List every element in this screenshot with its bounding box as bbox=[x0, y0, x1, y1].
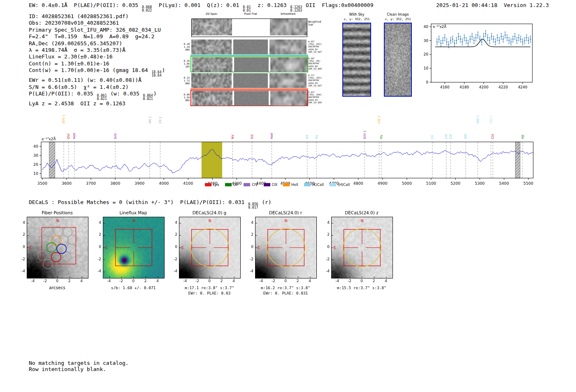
legend-label: OII bbox=[233, 183, 238, 187]
x-tick-label: -2 bbox=[39, 279, 50, 283]
weighted-sum-strip bbox=[191, 19, 307, 37]
spectrum-data-point bbox=[454, 43, 455, 44]
x-tick-label: 2 bbox=[64, 279, 75, 283]
x-tick-label: -2 bbox=[116, 279, 126, 283]
spectrum-data-point bbox=[474, 40, 475, 41]
spectral-line-marker-label: Hγ bbox=[315, 135, 318, 139]
x-tick-label: 2 bbox=[293, 279, 303, 283]
fiber-weight-value: 105 bbox=[181, 65, 190, 68]
info-line: Cont(n) = 1.30(±0.01)e-16 bbox=[29, 60, 165, 67]
weighted-sum-label-line: Sum bbox=[308, 23, 321, 26]
legend-item: (H)CaII bbox=[330, 183, 350, 187]
compass-east-label: E bbox=[258, 246, 260, 250]
spectral-line-marker-label: Hβ bbox=[521, 135, 525, 139]
spectrum-data-point bbox=[503, 39, 504, 40]
summary-header: EW: 0.4±0.1Å P(LAE)/P(OII): 0.035 0.0680… bbox=[29, 2, 373, 12]
spectrum-data-point bbox=[524, 40, 525, 41]
spectral-line-marker-label: CIV bbox=[491, 134, 495, 139]
axis-label-arcsecs: arcsecs bbox=[27, 285, 88, 290]
uncertainty-stack: 18.6418.64 bbox=[151, 71, 161, 77]
compass-east-label: E bbox=[334, 246, 336, 250]
compass-north-label: N bbox=[132, 219, 135, 223]
cutout-panel: DECaLS(24.0) gNE-4-4-2-2002244m:17.1 re:… bbox=[167, 210, 249, 301]
spectrum-data-point bbox=[511, 42, 512, 43]
svg-text:5400: 5400 bbox=[499, 181, 509, 186]
x-tick-label: 2 bbox=[140, 279, 151, 283]
svg-text:4160: 4160 bbox=[440, 85, 450, 89]
fiber-id-line: 326_LU_008 bbox=[308, 67, 329, 70]
y-tick-label: 2 bbox=[244, 232, 253, 237]
fiber-circle bbox=[53, 226, 63, 236]
fiber-id-line: 326_LU_027 bbox=[308, 51, 329, 53]
cutout-title: Fiber Positions bbox=[27, 210, 88, 215]
spec2d-row-right-labels: 0.71"(352, 251)20230708v010_03326_LU_027 bbox=[308, 74, 329, 87]
spectral-line-marker-label: OVI bbox=[67, 134, 70, 139]
uncertainty-stack: 0.0680.022 bbox=[142, 6, 152, 12]
lower-bound: 18.64 bbox=[151, 74, 161, 77]
spectrum-data-point bbox=[471, 36, 473, 37]
cutout-caption: s/b: 1.68 +/- 0.071 bbox=[96, 285, 170, 290]
spectrum-data-point bbox=[477, 35, 478, 36]
spectrum-data-point bbox=[442, 40, 444, 41]
cutout-plot-area: NE bbox=[27, 217, 88, 278]
cutout-panel: DECaLS(24.0) zNE-4-4-2-2002244m:15.5 re:… bbox=[319, 210, 401, 301]
clean-image bbox=[384, 23, 412, 97]
detected-line-band bbox=[202, 142, 222, 178]
selected-fiber-circle bbox=[51, 252, 61, 262]
spectrum-data-point bbox=[489, 40, 490, 41]
weighted-sum-2d-image bbox=[192, 19, 232, 35]
x-tick-label: 0 bbox=[204, 279, 215, 283]
y-tick-label: 0 bbox=[91, 245, 101, 249]
spectrum-data-point bbox=[514, 36, 516, 37]
spectrum-data-point bbox=[469, 39, 471, 40]
footer-line: No matching targets in catalog. bbox=[29, 360, 129, 366]
y-tick-label: -2 bbox=[320, 257, 330, 261]
info-line: RA,Dec (269.002655,65.345207) bbox=[29, 40, 165, 47]
y-tick-label: 0 bbox=[320, 245, 330, 249]
legend-item: CIII bbox=[264, 183, 277, 187]
sky-panel-title: Clean Image bbox=[382, 12, 414, 16]
cutout-title: DECaLS(24.0) r bbox=[255, 210, 316, 215]
spectral-line-marker-label: Hγ bbox=[379, 135, 383, 139]
full-spectrum-plot: SiIV }OVIHeIISiIVOII {CII {NVSiIIHeIIHδH… bbox=[25, 101, 551, 192]
legend-item: CIV bbox=[244, 183, 258, 187]
y-tick-label: -2 bbox=[167, 257, 177, 261]
spec2d-row-left-labels: 0.083.59085 bbox=[181, 93, 190, 102]
catalog-footer-note: No matching targets in catalog.Row inten… bbox=[29, 360, 129, 372]
svg-text:4220: 4220 bbox=[499, 85, 508, 89]
spec2d-column-title: Pixel Flat bbox=[233, 12, 268, 16]
spectrum-data-point bbox=[437, 42, 438, 43]
info-line: F=2.4" T=0.159 N=1.09 A=0.89 g=24.2 bbox=[29, 33, 165, 40]
info-line: Obs: 20230708v010_4028852361 bbox=[29, 20, 165, 26]
x-tick-label: 2 bbox=[369, 279, 379, 283]
fiber-weight-value: 3.59 bbox=[181, 96, 190, 99]
x-tick-label: -2 bbox=[268, 279, 279, 283]
spectrum-data-point bbox=[464, 37, 465, 38]
spectrum-data-point bbox=[528, 40, 529, 41]
spectral-line-marker-label: CII { bbox=[158, 116, 162, 123]
legend-swatch bbox=[304, 183, 311, 186]
spectrum-data-point bbox=[512, 39, 513, 40]
legend-label: (H)CaII bbox=[338, 183, 350, 187]
x-tick-label: -4 bbox=[256, 279, 267, 283]
cutout-title: DECaLS(24.0) z bbox=[331, 210, 392, 215]
spectrum-data-point bbox=[483, 36, 484, 37]
fiber-smoothed-image bbox=[269, 73, 307, 88]
weighted-sum-smoothed-image bbox=[270, 19, 307, 35]
fiber-smoothed-image bbox=[269, 39, 307, 54]
fiber-id-line: 326_LU_027 bbox=[308, 84, 329, 87]
with-sky-image bbox=[342, 23, 371, 97]
fiber-weight-value: 0.15 bbox=[181, 76, 190, 79]
spec2d-row-left-labels: 0.181.19086 bbox=[181, 42, 190, 51]
y-tick-label: -4 bbox=[320, 269, 330, 273]
cutout-title: DECaLS(24.0) g bbox=[179, 210, 240, 215]
masked-region-band bbox=[515, 142, 520, 178]
x-tick-label: 4 bbox=[228, 279, 239, 283]
y-tick-label: 2 bbox=[320, 232, 330, 237]
compass-east-label: E bbox=[29, 246, 32, 250]
spectrum-data-point bbox=[462, 42, 463, 43]
spectral-line-marker-label: OIII { bbox=[476, 115, 480, 123]
fiber-weight-value: 0.18 bbox=[181, 42, 190, 45]
spectrum-data-point bbox=[475, 37, 476, 38]
svg-text:5200: 5200 bbox=[451, 181, 460, 186]
